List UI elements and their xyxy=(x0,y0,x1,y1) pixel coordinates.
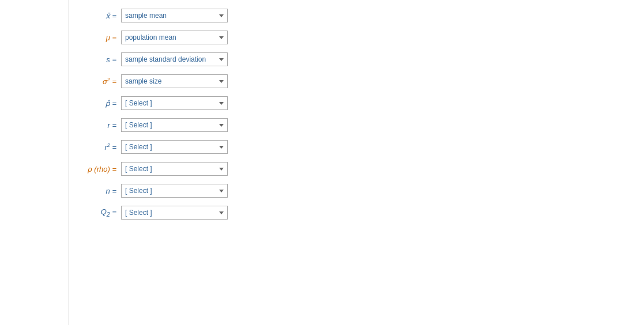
label-q2: Q2 = xyxy=(81,207,121,218)
label-s: s = xyxy=(81,55,121,64)
symbol-x-bar: x̄ = xyxy=(106,12,116,20)
symbol-s: s = xyxy=(106,55,116,64)
select-r[interactable]: [ Select ]sample meanpopulation meansamp… xyxy=(121,118,228,132)
select-rho[interactable]: [ Select ]sample meanpopulation meansamp… xyxy=(121,162,228,176)
select-x-bar[interactable]: sample meanpopulation meansample standar… xyxy=(121,9,228,22)
label-x-bar: x̄ = xyxy=(81,12,121,20)
select-p-hat[interactable]: [ Select ]sample meanpopulation meansamp… xyxy=(121,96,228,110)
symbol-sigma2: σ2 = xyxy=(103,77,116,86)
label-n: n = xyxy=(81,187,121,195)
symbol-r: r = xyxy=(107,121,116,130)
row-mu: μ =sample meanpopulation meansample stan… xyxy=(81,31,632,44)
symbol-q2: Q2 = xyxy=(101,207,116,216)
label-sigma2: σ2 = xyxy=(81,77,121,86)
label-p-hat: p̂ = xyxy=(81,99,121,108)
select-s[interactable]: sample meanpopulation meansample standar… xyxy=(121,52,228,66)
page-container: x̄ =sample meanpopulation meansample sta… xyxy=(0,0,644,325)
row-r2: r2 =[ Select ]sample meanpopulation mean… xyxy=(81,140,632,154)
select-r2[interactable]: [ Select ]sample meanpopulation meansamp… xyxy=(121,140,228,154)
row-sigma2: σ2 =sample meanpopulation meansample sta… xyxy=(81,74,632,88)
row-q2: Q2 =[ Select ]sample meanpopulation mean… xyxy=(81,206,632,220)
label-r2: r2 = xyxy=(81,142,121,152)
row-s: s =sample meanpopulation meansample stan… xyxy=(81,52,632,66)
label-mu: μ = xyxy=(81,33,121,42)
row-p-hat: p̂ =[ Select ]sample meanpopulation mean… xyxy=(81,96,632,110)
label-r: r = xyxy=(81,121,121,130)
row-x-bar: x̄ =sample meanpopulation meansample sta… xyxy=(81,9,632,22)
select-n[interactable]: [ Select ]sample meanpopulation meansamp… xyxy=(121,184,228,198)
select-q2[interactable]: [ Select ]sample meanpopulation meansamp… xyxy=(121,206,228,220)
select-sigma2[interactable]: sample meanpopulation meansample standar… xyxy=(121,74,228,88)
symbol-rho: ρ (rho) = xyxy=(88,165,116,173)
row-rho: ρ (rho) =[ Select ]sample meanpopulation… xyxy=(81,162,632,176)
symbol-r2: r2 = xyxy=(104,143,116,152)
row-r: r =[ Select ]sample meanpopulation means… xyxy=(81,118,632,132)
main-content: x̄ =sample meanpopulation meansample sta… xyxy=(69,0,644,325)
select-mu[interactable]: sample meanpopulation meansample standar… xyxy=(121,31,228,44)
row-n: n =[ Select ]sample meanpopulation means… xyxy=(81,184,632,198)
symbol-p-hat: p̂ = xyxy=(106,99,116,108)
symbol-n: n = xyxy=(106,187,116,195)
label-rho: ρ (rho) = xyxy=(81,165,121,173)
symbol-mu: μ = xyxy=(106,33,116,42)
left-border xyxy=(0,0,69,325)
